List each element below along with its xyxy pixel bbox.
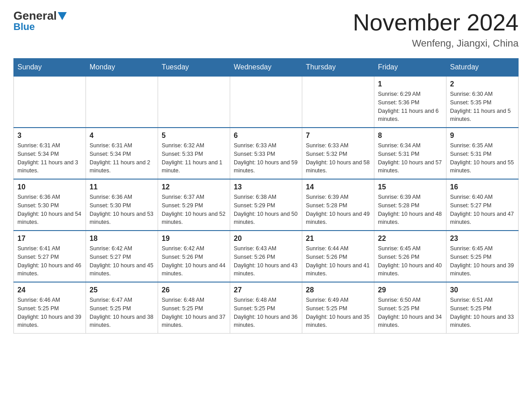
day-number: 7 xyxy=(306,132,370,140)
day-number: 21 xyxy=(306,235,370,243)
day-info: Sunrise: 6:48 AM Sunset: 5:25 PM Dayligh… xyxy=(162,296,226,330)
day-number: 26 xyxy=(162,286,226,294)
day-number: 20 xyxy=(234,235,298,243)
day-info: Sunrise: 6:41 AM Sunset: 5:27 PM Dayligh… xyxy=(17,244,82,278)
location-subtitle: Wenfeng, Jiangxi, China xyxy=(353,38,519,49)
calendar-cell: 7Sunrise: 6:33 AM Sunset: 5:32 PM Daylig… xyxy=(302,128,374,179)
calendar-cell: 24Sunrise: 6:46 AM Sunset: 5:25 PM Dayli… xyxy=(14,282,86,334)
calendar-cell xyxy=(86,76,158,128)
calendar-cell: 14Sunrise: 6:39 AM Sunset: 5:28 PM Dayli… xyxy=(302,179,374,231)
day-number: 16 xyxy=(450,183,515,191)
calendar-cell: 21Sunrise: 6:44 AM Sunset: 5:26 PM Dayli… xyxy=(302,231,374,282)
calendar-cell: 4Sunrise: 6:31 AM Sunset: 5:34 PM Daylig… xyxy=(86,128,158,179)
day-number: 4 xyxy=(90,132,154,140)
weekday-header-saturday: Saturday xyxy=(446,59,519,77)
day-info: Sunrise: 6:42 AM Sunset: 5:27 PM Dayligh… xyxy=(90,244,154,278)
day-info: Sunrise: 6:35 AM Sunset: 5:31 PM Dayligh… xyxy=(450,141,515,175)
weekday-header-row: SundayMondayTuesdayWednesdayThursdayFrid… xyxy=(14,59,519,77)
day-number: 11 xyxy=(90,183,154,191)
day-info: Sunrise: 6:37 AM Sunset: 5:29 PM Dayligh… xyxy=(162,193,226,227)
day-number: 9 xyxy=(450,132,515,140)
calendar-cell: 3Sunrise: 6:31 AM Sunset: 5:34 PM Daylig… xyxy=(14,128,86,179)
day-info: Sunrise: 6:32 AM Sunset: 5:33 PM Dayligh… xyxy=(162,141,226,175)
day-info: Sunrise: 6:36 AM Sunset: 5:30 PM Dayligh… xyxy=(90,193,154,227)
calendar-cell: 18Sunrise: 6:42 AM Sunset: 5:27 PM Dayli… xyxy=(86,231,158,282)
day-number: 5 xyxy=(162,132,226,140)
calendar-cell xyxy=(158,76,230,128)
day-info: Sunrise: 6:44 AM Sunset: 5:26 PM Dayligh… xyxy=(306,244,370,278)
weekday-header-friday: Friday xyxy=(374,59,446,77)
calendar-cell xyxy=(230,76,302,128)
day-info: Sunrise: 6:31 AM Sunset: 5:34 PM Dayligh… xyxy=(90,141,154,175)
calendar-cell: 2Sunrise: 6:30 AM Sunset: 5:35 PM Daylig… xyxy=(446,76,519,128)
day-number: 29 xyxy=(378,286,442,294)
calendar-cell: 19Sunrise: 6:42 AM Sunset: 5:26 PM Dayli… xyxy=(158,231,230,282)
calendar-cell: 12Sunrise: 6:37 AM Sunset: 5:29 PM Dayli… xyxy=(158,179,230,231)
calendar-cell: 13Sunrise: 6:38 AM Sunset: 5:29 PM Dayli… xyxy=(230,179,302,231)
day-number: 3 xyxy=(17,132,82,140)
calendar-cell: 1Sunrise: 6:29 AM Sunset: 5:36 PM Daylig… xyxy=(374,76,446,128)
calendar-table: SundayMondayTuesdayWednesdayThursdayFrid… xyxy=(13,58,519,334)
day-info: Sunrise: 6:46 AM Sunset: 5:25 PM Dayligh… xyxy=(17,296,82,330)
day-number: 1 xyxy=(378,80,442,88)
day-number: 23 xyxy=(450,235,515,243)
day-info: Sunrise: 6:31 AM Sunset: 5:34 PM Dayligh… xyxy=(17,141,82,175)
calendar-cell: 26Sunrise: 6:48 AM Sunset: 5:25 PM Dayli… xyxy=(158,282,230,334)
calendar-cell: 16Sunrise: 6:40 AM Sunset: 5:27 PM Dayli… xyxy=(446,179,519,231)
calendar-cell: 23Sunrise: 6:45 AM Sunset: 5:25 PM Dayli… xyxy=(446,231,519,282)
day-number: 10 xyxy=(17,183,82,191)
day-info: Sunrise: 6:42 AM Sunset: 5:26 PM Dayligh… xyxy=(162,244,226,278)
day-info: Sunrise: 6:45 AM Sunset: 5:26 PM Dayligh… xyxy=(378,244,442,278)
day-info: Sunrise: 6:39 AM Sunset: 5:28 PM Dayligh… xyxy=(306,193,370,227)
logo-blue-text: Blue xyxy=(13,21,35,33)
calendar-cell: 30Sunrise: 6:51 AM Sunset: 5:25 PM Dayli… xyxy=(446,282,519,334)
calendar-week-row: 24Sunrise: 6:46 AM Sunset: 5:25 PM Dayli… xyxy=(14,282,519,334)
day-number: 12 xyxy=(162,183,226,191)
logo: General Blue xyxy=(13,9,68,33)
calendar-cell: 27Sunrise: 6:48 AM Sunset: 5:25 PM Dayli… xyxy=(230,282,302,334)
header: General Blue November 2024 Wenfeng, Jian… xyxy=(13,9,519,49)
day-number: 30 xyxy=(450,286,515,294)
day-info: Sunrise: 6:43 AM Sunset: 5:26 PM Dayligh… xyxy=(234,244,298,278)
weekday-header-monday: Monday xyxy=(86,59,158,77)
day-number: 18 xyxy=(90,235,154,243)
day-info: Sunrise: 6:48 AM Sunset: 5:25 PM Dayligh… xyxy=(234,296,298,330)
day-info: Sunrise: 6:47 AM Sunset: 5:25 PM Dayligh… xyxy=(90,296,154,330)
calendar-cell: 28Sunrise: 6:49 AM Sunset: 5:25 PM Dayli… xyxy=(302,282,374,334)
day-number: 17 xyxy=(17,235,82,243)
calendar-cell: 11Sunrise: 6:36 AM Sunset: 5:30 PM Dayli… xyxy=(86,179,158,231)
day-info: Sunrise: 6:50 AM Sunset: 5:25 PM Dayligh… xyxy=(378,296,442,330)
day-info: Sunrise: 6:38 AM Sunset: 5:29 PM Dayligh… xyxy=(234,193,298,227)
calendar-week-row: 10Sunrise: 6:36 AM Sunset: 5:30 PM Dayli… xyxy=(14,179,519,231)
title-area: November 2024 Wenfeng, Jiangxi, China xyxy=(353,9,519,49)
day-number: 24 xyxy=(17,286,82,294)
calendar-cell: 10Sunrise: 6:36 AM Sunset: 5:30 PM Dayli… xyxy=(14,179,86,231)
day-number: 13 xyxy=(234,183,298,191)
day-info: Sunrise: 6:39 AM Sunset: 5:28 PM Dayligh… xyxy=(378,193,442,227)
calendar-cell: 22Sunrise: 6:45 AM Sunset: 5:26 PM Dayli… xyxy=(374,231,446,282)
day-number: 6 xyxy=(234,132,298,140)
calendar-cell xyxy=(14,76,86,128)
calendar-cell: 5Sunrise: 6:32 AM Sunset: 5:33 PM Daylig… xyxy=(158,128,230,179)
weekday-header-thursday: Thursday xyxy=(302,59,374,77)
day-number: 15 xyxy=(378,183,442,191)
calendar-week-row: 17Sunrise: 6:41 AM Sunset: 5:27 PM Dayli… xyxy=(14,231,519,282)
day-info: Sunrise: 6:34 AM Sunset: 5:31 PM Dayligh… xyxy=(378,141,442,175)
day-number: 28 xyxy=(306,286,370,294)
day-number: 22 xyxy=(378,235,442,243)
calendar-cell: 17Sunrise: 6:41 AM Sunset: 5:27 PM Dayli… xyxy=(14,231,86,282)
day-info: Sunrise: 6:49 AM Sunset: 5:25 PM Dayligh… xyxy=(306,296,370,330)
day-number: 25 xyxy=(90,286,154,294)
calendar-cell: 6Sunrise: 6:33 AM Sunset: 5:33 PM Daylig… xyxy=(230,128,302,179)
calendar-cell: 20Sunrise: 6:43 AM Sunset: 5:26 PM Dayli… xyxy=(230,231,302,282)
day-info: Sunrise: 6:33 AM Sunset: 5:32 PM Dayligh… xyxy=(306,141,370,175)
calendar-cell: 25Sunrise: 6:47 AM Sunset: 5:25 PM Dayli… xyxy=(86,282,158,334)
day-info: Sunrise: 6:51 AM Sunset: 5:25 PM Dayligh… xyxy=(450,296,515,330)
logo-triangle-icon xyxy=(58,12,67,20)
calendar-cell: 8Sunrise: 6:34 AM Sunset: 5:31 PM Daylig… xyxy=(374,128,446,179)
main-title: November 2024 xyxy=(353,9,519,36)
day-number: 8 xyxy=(378,132,442,140)
calendar-cell: 15Sunrise: 6:39 AM Sunset: 5:28 PM Dayli… xyxy=(374,179,446,231)
calendar-week-row: 3Sunrise: 6:31 AM Sunset: 5:34 PM Daylig… xyxy=(14,128,519,179)
calendar-cell: 29Sunrise: 6:50 AM Sunset: 5:25 PM Dayli… xyxy=(374,282,446,334)
